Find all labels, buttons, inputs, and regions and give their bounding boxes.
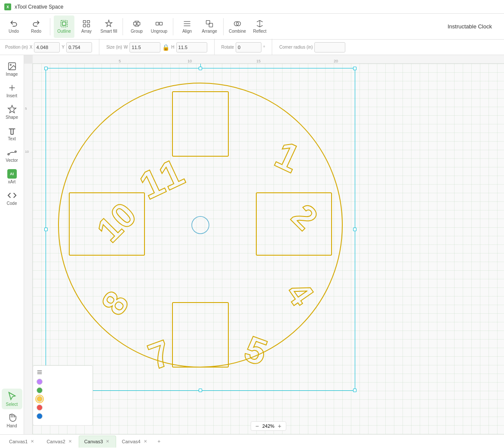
undo-button[interactable]: Undo <box>3 15 24 38</box>
align-label: Align <box>182 29 192 34</box>
ruler-horizontal: 5 10 15 20 <box>33 55 504 64</box>
layers-panel <box>33 365 93 426</box>
vector-label: Vector <box>6 158 18 163</box>
sidebar-image-btn[interactable]: Image <box>2 59 22 79</box>
svg-text:7: 7 <box>143 332 176 377</box>
main-layout: Image Insert Shape Text Vector AI xArt C… <box>0 55 504 434</box>
tab-canvas3-close[interactable]: ✕ <box>104 439 111 444</box>
degree-symbol: ° <box>263 45 265 50</box>
svg-rect-2 <box>83 21 86 23</box>
svg-rect-5 <box>87 25 90 27</box>
sidebar-vector-btn[interactable]: Vector <box>2 145 22 165</box>
ungroup-button[interactable]: Ungroup <box>149 15 169 38</box>
zoom-out-button[interactable]: − <box>254 423 261 429</box>
svg-rect-6 <box>134 22 137 25</box>
tab-canvas2[interactable]: Canvas2 ✕ <box>41 436 78 448</box>
corner-radius-label: Corner radius (in) <box>279 45 313 49</box>
layer-item-4[interactable] <box>37 405 89 411</box>
separator-4 <box>223 18 224 35</box>
app-icon: x <box>4 3 11 10</box>
tab-canvas2-label: Canvas2 <box>46 439 65 444</box>
outline-button[interactable]: Outline <box>54 15 74 38</box>
props-sep-1 <box>99 39 99 56</box>
tab-canvas2-close[interactable]: ✕ <box>67 439 73 444</box>
corner-radius-group: Corner radius (in) <box>279 42 345 53</box>
svg-marker-21 <box>8 105 15 112</box>
position-x-input[interactable] <box>34 42 60 53</box>
zoom-level: 242% <box>262 423 274 429</box>
outline-label: Outline <box>57 29 71 34</box>
shape-label: Shape <box>6 115 18 120</box>
layer-item-3[interactable] <box>37 396 89 402</box>
tab-canvas4[interactable]: Canvas4 ✕ <box>116 436 154 448</box>
size-w-input[interactable] <box>129 42 160 53</box>
canvas-area[interactable]: 5 10 15 20 5 10 <box>24 55 504 434</box>
position-y-input[interactable] <box>66 42 92 53</box>
tab-canvas1-label: Canvas1 <box>9 439 28 444</box>
svg-rect-9 <box>160 22 163 25</box>
xart-label: xArt <box>8 179 16 184</box>
redo-label: Redo <box>31 29 41 34</box>
array-label: Array <box>81 29 92 34</box>
svg-rect-3 <box>87 21 90 23</box>
props-sep-3 <box>272 39 272 56</box>
zoom-in-button[interactable]: + <box>276 423 283 429</box>
smart-fill-button[interactable]: Smart fill <box>98 15 119 38</box>
text-label: Text <box>8 136 15 141</box>
svg-text:2: 2 <box>285 197 325 237</box>
svg-rect-1 <box>62 22 66 25</box>
layer-item-2[interactable] <box>37 387 89 393</box>
zoom-controls: − 242% + <box>251 421 286 431</box>
position-label: Position (in) <box>5 45 28 49</box>
svg-rect-30 <box>172 92 228 156</box>
svg-rect-8 <box>156 22 159 25</box>
separator-1 <box>50 18 50 35</box>
rotate-input[interactable] <box>236 42 261 53</box>
combine-label: Combine <box>229 29 246 34</box>
layer-item-1[interactable] <box>37 379 89 385</box>
layer-color-4 <box>37 405 43 411</box>
group-button[interactable]: Group <box>126 15 147 38</box>
add-tab-button[interactable]: + <box>154 436 164 447</box>
align-button[interactable]: Align <box>177 15 197 38</box>
svg-rect-33 <box>172 303 228 367</box>
layer-color-5 <box>37 413 43 419</box>
layer-item-5[interactable] <box>37 413 89 419</box>
separator-2 <box>123 18 123 35</box>
props-bar: Position (in) X Y Size (in) W 🔒 H Rotate… <box>0 40 504 55</box>
sidebar-insert-btn[interactable]: Insert <box>2 80 22 101</box>
smart-fill-label: Smart fill <box>101 29 117 34</box>
arrange-button[interactable]: Arrange <box>199 15 220 38</box>
combine-button[interactable]: Combine <box>227 15 248 38</box>
workspace: 11 1 10 2 8 4 7 5 <box>33 64 504 434</box>
svg-text:10: 10 <box>89 195 144 250</box>
tab-canvas4-close[interactable]: ✕ <box>142 439 148 444</box>
corner-radius-input[interactable] <box>314 42 345 53</box>
tab-bar: Canvas1 ✕ Canvas2 ✕ Canvas3 ✕ Canvas4 ✕ … <box>0 434 504 448</box>
arrange-label: Arrange <box>202 29 217 34</box>
sidebar-xart-btn[interactable]: AI xArt <box>2 166 22 187</box>
size-h-input[interactable] <box>176 42 207 53</box>
tab-canvas1-close[interactable]: ✕ <box>29 439 35 444</box>
tab-canvas3-label: Canvas3 <box>84 439 103 444</box>
tab-canvas3[interactable]: Canvas3 ✕ <box>79 436 116 448</box>
position-group: Position (in) X Y <box>5 42 92 53</box>
svg-rect-7 <box>137 22 140 25</box>
sidebar-shape-btn[interactable]: Shape <box>2 102 22 122</box>
tab-canvas1[interactable]: Canvas1 ✕ <box>3 436 41 448</box>
select-tool-btn[interactable]: Select <box>2 389 22 409</box>
clock-design[interactable]: 11 1 10 2 8 4 7 5 <box>46 68 355 391</box>
hand-tool-btn[interactable]: Hand <box>2 410 22 431</box>
array-button[interactable]: Array <box>76 15 97 38</box>
undo-label: Undo <box>9 29 19 34</box>
sidebar-text-btn[interactable]: Text <box>2 123 22 144</box>
redo-button[interactable]: Redo <box>26 15 46 38</box>
svg-rect-4 <box>83 25 86 27</box>
lock-icon[interactable]: 🔒 <box>162 44 169 51</box>
size-label: Size (in) <box>106 45 122 49</box>
sidebar-code-btn[interactable]: Code <box>2 188 22 208</box>
svg-text:4: 4 <box>279 275 321 313</box>
group-label: Group <box>131 29 143 34</box>
reflect-button[interactable]: Reflect <box>249 15 270 38</box>
select-label: Select <box>6 402 18 407</box>
